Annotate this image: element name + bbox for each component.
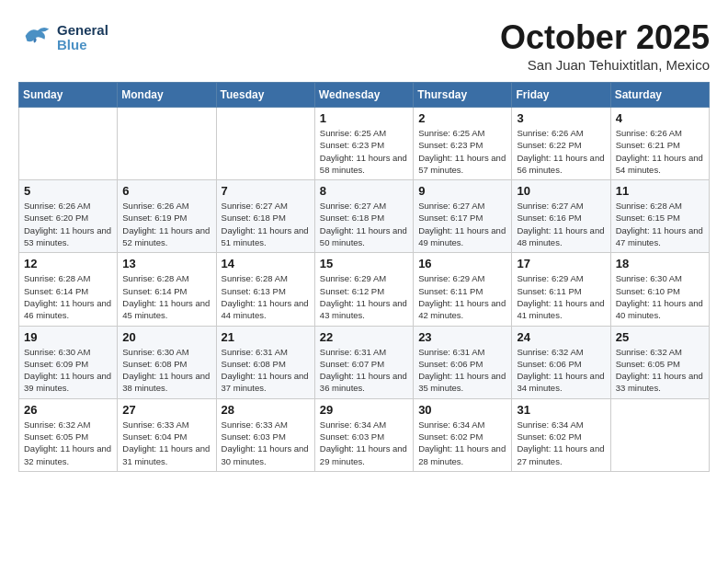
- day-number: 13: [122, 257, 210, 270]
- daylight-text: Daylight: 11 hours and 58 minutes.: [320, 153, 407, 175]
- sunset-text: Sunset: 6:14 PM: [24, 286, 88, 296]
- table-row: 18 Sunrise: 6:30 AM Sunset: 6:10 PM Dayl…: [610, 253, 709, 326]
- sunset-text: Sunset: 6:03 PM: [222, 431, 286, 442]
- sunrise-text: Sunrise: 6:28 AM: [616, 201, 682, 211]
- sunrise-text: Sunrise: 6:32 AM: [616, 347, 682, 357]
- day-number: 9: [418, 184, 506, 198]
- sunset-text: Sunset: 6:15 PM: [616, 213, 680, 223]
- sunset-text: Sunset: 6:16 PM: [517, 213, 581, 223]
- sunrise-text: Sunrise: 6:34 AM: [418, 419, 484, 430]
- sunrise-text: Sunrise: 6:29 AM: [320, 273, 386, 283]
- table-row: 21 Sunrise: 6:31 AM Sunset: 6:08 PM Dayl…: [216, 326, 314, 398]
- daylight-text: Daylight: 11 hours and 31 minutes.: [122, 443, 210, 465]
- table-row: 8 Sunrise: 6:27 AM Sunset: 6:18 PM Dayli…: [314, 180, 413, 253]
- daylight-text: Daylight: 11 hours and 29 minutes.: [320, 443, 407, 465]
- week-row-0: 1 Sunrise: 6:25 AM Sunset: 6:23 PM Dayli…: [19, 108, 710, 180]
- sunset-text: Sunset: 6:05 PM: [24, 431, 88, 442]
- day-number: 7: [222, 184, 310, 198]
- daylight-text: Daylight: 11 hours and 35 minutes.: [418, 371, 506, 393]
- sunset-text: Sunset: 6:19 PM: [122, 213, 187, 223]
- sunset-text: Sunset: 6:08 PM: [122, 359, 187, 369]
- day-number: 2: [418, 111, 506, 125]
- daylight-text: Daylight: 11 hours and 39 minutes.: [24, 371, 111, 393]
- table-row: 19 Sunrise: 6:30 AM Sunset: 6:09 PM Dayl…: [19, 326, 118, 398]
- day-number: 3: [517, 111, 605, 125]
- sunrise-text: Sunrise: 6:32 AM: [517, 347, 583, 357]
- daylight-text: Daylight: 11 hours and 32 minutes.: [24, 443, 111, 465]
- logo-text-block: General Blue: [57, 23, 108, 53]
- daylight-text: Daylight: 11 hours and 50 minutes.: [320, 225, 407, 247]
- day-number: 20: [122, 330, 210, 344]
- day-number: 17: [517, 257, 605, 270]
- week-row-3: 19 Sunrise: 6:30 AM Sunset: 6:09 PM Dayl…: [19, 326, 710, 398]
- sunset-text: Sunset: 6:23 PM: [418, 140, 483, 150]
- day-info: Sunrise: 6:26 AM Sunset: 6:22 PM Dayligh…: [517, 127, 605, 176]
- day-number: 16: [418, 257, 506, 270]
- day-number: 31: [517, 403, 605, 417]
- sunrise-text: Sunrise: 6:25 AM: [320, 128, 386, 138]
- sunset-text: Sunset: 6:06 PM: [418, 359, 483, 369]
- location-subtitle: San Juan Tehuixtitlan, Mexico: [500, 57, 710, 73]
- daylight-text: Daylight: 11 hours and 40 minutes.: [616, 298, 703, 320]
- sunrise-text: Sunrise: 6:28 AM: [122, 273, 188, 283]
- daylight-text: Daylight: 11 hours and 30 minutes.: [222, 443, 309, 465]
- sunset-text: Sunset: 6:02 PM: [418, 431, 483, 442]
- day-info: Sunrise: 6:34 AM Sunset: 6:02 PM Dayligh…: [517, 419, 605, 467]
- daylight-text: Daylight: 11 hours and 27 minutes.: [517, 443, 604, 465]
- daylight-text: Daylight: 11 hours and 56 minutes.: [517, 153, 604, 175]
- table-row: 25 Sunrise: 6:32 AM Sunset: 6:05 PM Dayl…: [610, 326, 709, 398]
- day-info: Sunrise: 6:29 AM Sunset: 6:11 PM Dayligh…: [418, 272, 506, 321]
- sunset-text: Sunset: 6:07 PM: [320, 359, 384, 369]
- sunrise-text: Sunrise: 6:27 AM: [222, 201, 288, 211]
- day-info: Sunrise: 6:29 AM Sunset: 6:11 PM Dayligh…: [517, 272, 605, 321]
- day-info: Sunrise: 6:27 AM Sunset: 6:17 PM Dayligh…: [418, 200, 506, 248]
- day-info: Sunrise: 6:30 AM Sunset: 6:08 PM Dayligh…: [122, 346, 210, 395]
- daylight-text: Daylight: 11 hours and 46 minutes.: [24, 298, 111, 320]
- sunset-text: Sunset: 6:04 PM: [122, 431, 187, 442]
- sunset-text: Sunset: 6:10 PM: [616, 286, 680, 296]
- day-number: 14: [222, 257, 310, 270]
- sunrise-text: Sunrise: 6:32 AM: [24, 419, 90, 430]
- sunrise-text: Sunrise: 6:27 AM: [517, 201, 583, 211]
- day-info: Sunrise: 6:27 AM Sunset: 6:16 PM Dayligh…: [517, 200, 605, 248]
- day-info: Sunrise: 6:29 AM Sunset: 6:12 PM Dayligh…: [320, 272, 408, 321]
- sunset-text: Sunset: 6:11 PM: [418, 286, 483, 296]
- week-row-2: 12 Sunrise: 6:28 AM Sunset: 6:14 PM Dayl…: [19, 253, 710, 326]
- day-info: Sunrise: 6:33 AM Sunset: 6:03 PM Dayligh…: [222, 419, 310, 467]
- sunset-text: Sunset: 6:21 PM: [616, 140, 680, 150]
- sunrise-text: Sunrise: 6:26 AM: [24, 201, 90, 211]
- daylight-text: Daylight: 11 hours and 47 minutes.: [616, 225, 703, 247]
- day-info: Sunrise: 6:30 AM Sunset: 6:09 PM Dayligh…: [24, 346, 112, 395]
- sunset-text: Sunset: 6:17 PM: [418, 213, 483, 223]
- day-number: 27: [122, 403, 210, 417]
- header-thursday: Thursday: [414, 83, 512, 108]
- day-number: 24: [517, 330, 605, 344]
- table-row: 20 Sunrise: 6:30 AM Sunset: 6:08 PM Dayl…: [118, 326, 216, 398]
- sunset-text: Sunset: 6:05 PM: [616, 359, 680, 369]
- day-number: 15: [320, 257, 408, 270]
- daylight-text: Daylight: 11 hours and 54 minutes.: [616, 153, 703, 175]
- daylight-text: Daylight: 11 hours and 28 minutes.: [418, 443, 506, 465]
- sunrise-text: Sunrise: 6:26 AM: [616, 128, 682, 138]
- sunrise-text: Sunrise: 6:34 AM: [320, 419, 386, 430]
- sunset-text: Sunset: 6:09 PM: [24, 359, 88, 369]
- daylight-text: Daylight: 11 hours and 37 minutes.: [222, 371, 309, 393]
- table-row: 15 Sunrise: 6:29 AM Sunset: 6:12 PM Dayl…: [314, 253, 413, 326]
- table-row: 2 Sunrise: 6:25 AM Sunset: 6:23 PM Dayli…: [414, 108, 512, 180]
- daylight-text: Daylight: 11 hours and 36 minutes.: [320, 371, 407, 393]
- sunset-text: Sunset: 6:22 PM: [517, 140, 581, 150]
- calendar-header-row: Sunday Monday Tuesday Wednesday Thursday…: [19, 83, 710, 108]
- daylight-text: Daylight: 11 hours and 33 minutes.: [616, 371, 703, 393]
- sunrise-text: Sunrise: 6:28 AM: [222, 273, 288, 283]
- table-row: 3 Sunrise: 6:26 AM Sunset: 6:22 PM Dayli…: [512, 108, 610, 180]
- day-number: 6: [122, 184, 210, 198]
- day-number: 19: [24, 330, 112, 344]
- day-info: Sunrise: 6:27 AM Sunset: 6:18 PM Dayligh…: [320, 200, 408, 248]
- table-row: 22 Sunrise: 6:31 AM Sunset: 6:07 PM Dayl…: [314, 326, 413, 398]
- day-info: Sunrise: 6:28 AM Sunset: 6:14 PM Dayligh…: [122, 272, 210, 321]
- sunset-text: Sunset: 6:18 PM: [222, 213, 286, 223]
- sunrise-text: Sunrise: 6:26 AM: [517, 128, 583, 138]
- header-saturday: Saturday: [610, 83, 709, 108]
- daylight-text: Daylight: 11 hours and 52 minutes.: [122, 225, 210, 247]
- table-row: 23 Sunrise: 6:31 AM Sunset: 6:06 PM Dayl…: [414, 326, 512, 398]
